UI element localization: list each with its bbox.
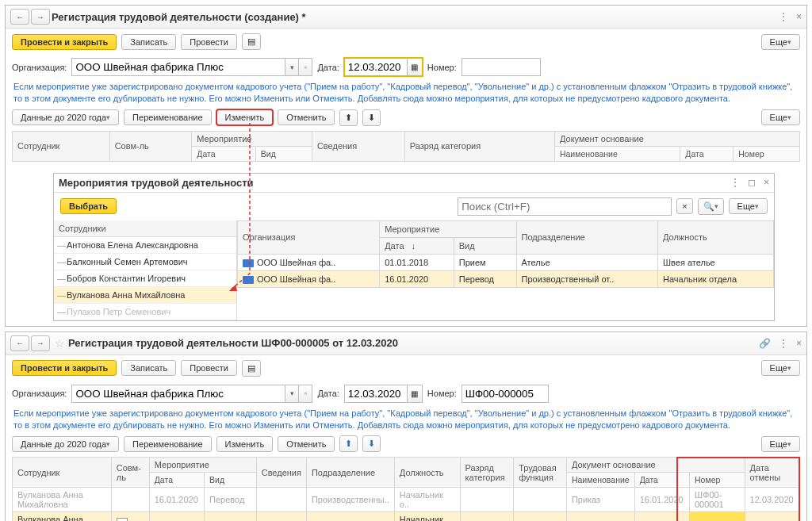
rename-button[interactable]: Переименование <box>124 436 211 452</box>
list-item[interactable]: Антонова Елена Александровна <box>54 237 236 254</box>
col-doc[interactable]: Документ основание <box>566 458 745 473</box>
table-row[interactable]: Вулканова Анна Михайловна 16.01.2020Пере… <box>13 488 800 512</box>
cancel-button[interactable]: Отменить <box>278 109 335 125</box>
org-input[interactable] <box>71 385 285 403</box>
col-kind[interactable]: Вид <box>255 146 312 161</box>
menu-dots-icon[interactable]: ⋮ <box>779 11 788 22</box>
col-doc-name[interactable]: Наименование <box>566 473 634 488</box>
org-open-icon[interactable]: ▫ <box>299 58 312 76</box>
org-open-icon[interactable]: ▫ <box>299 385 312 403</box>
col-dept[interactable]: Подразделение <box>516 220 657 254</box>
org-dropdown-icon[interactable]: ▾ <box>285 58 299 76</box>
org-input[interactable] <box>71 58 285 76</box>
close-icon[interactable]: × <box>796 11 802 22</box>
number-label: Номер: <box>427 63 457 72</box>
move-up-button[interactable]: ⬆ <box>339 109 358 126</box>
date-input[interactable] <box>344 385 407 403</box>
choose-button[interactable]: Выбрать <box>60 198 117 214</box>
col-employee[interactable]: Сотрудник <box>13 458 112 488</box>
move-down-button[interactable]: ⬇ <box>362 435 381 452</box>
more-button-2[interactable]: Еще <box>761 436 800 452</box>
post-button[interactable]: Провести <box>181 360 237 376</box>
col-dept[interactable]: Подразделение <box>306 458 394 488</box>
col-date2[interactable]: Дата ↓ <box>380 237 454 254</box>
save-button[interactable]: Записать <box>121 360 176 376</box>
col-doc-num[interactable]: Номер <box>690 473 745 488</box>
date-label: Дата: <box>317 63 339 72</box>
nested-restore-icon[interactable]: ◻ <box>748 177 756 188</box>
col-pos[interactable]: Должность <box>657 220 773 254</box>
table-row-active[interactable]: Вулканова Анна Михайловна 16.01.2020Пере… <box>13 512 800 521</box>
col-sovm[interactable]: Совм-ль <box>109 131 192 161</box>
col-sovm[interactable]: Совм-ль <box>111 458 149 488</box>
col-doc-num[interactable]: Номер <box>733 146 800 161</box>
col-func[interactable]: Трудовая функция <box>514 458 567 488</box>
calendar-icon[interactable]: ▦ <box>407 58 423 76</box>
sovm-checkbox[interactable] <box>117 518 128 521</box>
date-input[interactable] <box>344 58 407 76</box>
col-date[interactable]: Дата <box>149 473 204 488</box>
number-input[interactable] <box>462 385 549 403</box>
col-rank[interactable]: Разряд категория <box>404 131 554 161</box>
list-item[interactable]: Пулаков Петр Семенович <box>54 304 236 320</box>
menu-dots-icon[interactable]: ⋮ <box>779 338 788 349</box>
col-kind2[interactable]: Вид <box>454 237 516 254</box>
post-button[interactable]: Провести <box>181 34 237 50</box>
col-doc[interactable]: Документ основание <box>554 131 799 146</box>
col-cancel-date[interactable]: Дата отмены <box>745 458 799 488</box>
clear-search-button[interactable]: × <box>676 198 692 214</box>
col-info[interactable]: Сведения <box>312 131 404 161</box>
nav-back-button[interactable]: ← <box>10 9 29 25</box>
nested-menu-icon[interactable]: ⋮ <box>730 177 740 188</box>
col-doc-date[interactable]: Дата <box>680 146 733 161</box>
org-badge-icon <box>243 276 254 284</box>
col-info[interactable]: Сведения <box>256 458 306 488</box>
number-input[interactable] <box>462 58 541 76</box>
post-close-button[interactable]: Провести и закрыть <box>12 34 117 50</box>
col-kind[interactable]: Вид <box>205 473 257 488</box>
col-pos[interactable]: Должность <box>394 458 460 488</box>
col-doc-name[interactable]: Наименование <box>554 146 680 161</box>
nav-forward-button[interactable]: → <box>31 9 50 25</box>
close-icon[interactable]: × <box>796 338 802 349</box>
nested-more-button[interactable]: Еще <box>729 198 768 214</box>
more-button[interactable]: Еще <box>761 34 800 50</box>
change-button[interactable]: Изменить <box>216 109 274 125</box>
calendar-icon[interactable]: ▦ <box>407 385 423 403</box>
list-item[interactable]: Бобров Константин Игоревич <box>54 270 236 287</box>
change-button[interactable]: Изменить <box>216 436 274 452</box>
events-table: Сотрудник Совм-ль Мероприятие Сведения Р… <box>12 131 800 162</box>
col-org[interactable]: Организация <box>238 220 380 254</box>
move-up-button[interactable]: ⬆ <box>339 435 358 452</box>
search-input[interactable] <box>458 197 672 216</box>
col-employee[interactable]: Сотрудник <box>13 131 110 161</box>
org-dropdown-icon[interactable]: ▾ <box>285 385 299 403</box>
more-button[interactable]: Еще <box>761 360 800 376</box>
rename-button[interactable]: Переименование <box>124 109 211 125</box>
data-before-button[interactable]: Данные до 2020 года <box>12 436 119 452</box>
col-rank[interactable]: Разряд категория <box>460 458 514 488</box>
table-row[interactable]: ООО Швейная фа.. 01.01.2018 Прием Ателье… <box>238 254 774 270</box>
col-date[interactable]: Дата <box>192 146 256 161</box>
col-event[interactable]: Мероприятие <box>380 220 516 237</box>
cancel-button[interactable]: Отменить <box>278 436 335 452</box>
nav-forward-button[interactable]: → <box>31 335 50 351</box>
link-icon[interactable]: 🔗 <box>759 338 771 349</box>
save-button[interactable]: Записать <box>121 34 176 50</box>
col-event[interactable]: Мероприятие <box>192 131 312 146</box>
table-row-selected[interactable]: ООО Швейная фа.. 16.01.2020 Перевод Прои… <box>238 270 774 287</box>
col-doc-date[interactable]: Дата <box>634 473 689 488</box>
more-button-2[interactable]: Еще <box>761 109 800 125</box>
list-item-selected[interactable]: Вулканова Анна Михайловна <box>54 287 236 304</box>
report-icon-button[interactable]: ▤ <box>242 33 261 50</box>
list-item[interactable]: Балконный Семен Артемович <box>54 254 236 270</box>
favorite-star-icon[interactable]: ☆ <box>55 337 65 350</box>
report-icon-button[interactable]: ▤ <box>242 360 261 377</box>
nav-back-button[interactable]: ← <box>10 335 29 351</box>
data-before-button[interactable]: Данные до 2020 года <box>12 109 119 125</box>
nested-close-icon[interactable]: × <box>764 177 769 188</box>
col-event[interactable]: Мероприятие <box>149 458 256 473</box>
search-button[interactable]: 🔍 <box>698 198 724 215</box>
move-down-button[interactable]: ⬇ <box>362 109 381 126</box>
post-close-button[interactable]: Провести и закрыть <box>12 360 117 376</box>
